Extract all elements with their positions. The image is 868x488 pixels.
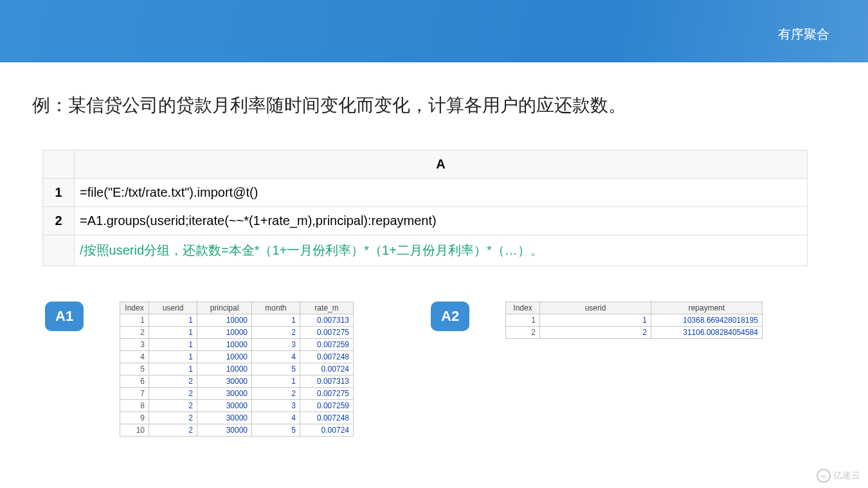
a1-cell: 1 xyxy=(149,314,197,327)
a1-cell: 5 xyxy=(252,363,300,375)
code-comment-num xyxy=(43,235,75,266)
a1-cell: 10000 xyxy=(197,363,252,375)
a1-cell: 2 xyxy=(252,327,300,339)
a1-cell: 0.007275 xyxy=(300,327,354,339)
a1-badge: A1 xyxy=(45,302,84,331)
a2-col-userid: userid xyxy=(540,302,651,314)
a1-cell: 9 xyxy=(120,412,149,424)
a1-col-index: Index xyxy=(120,302,149,314)
a1-row: 823000030.007259 xyxy=(120,400,354,412)
a1-cell: 2 xyxy=(149,375,197,388)
a1-cell: 30000 xyxy=(197,375,252,388)
a1-cell: 7 xyxy=(120,388,149,400)
a1-cell: 10000 xyxy=(197,351,252,363)
a1-cell: 3 xyxy=(252,400,300,412)
a1-cell: 4 xyxy=(120,351,149,363)
a1-cell: 6 xyxy=(120,375,149,388)
a1-cell: 0.007259 xyxy=(300,400,354,412)
a1-cell: 1 xyxy=(252,375,300,388)
code-table-corner xyxy=(43,150,75,179)
a1-row: 1023000050.00724 xyxy=(120,424,354,437)
a2-col-repayment: repayment xyxy=(651,302,763,314)
a2-row: 2231106.008284054584 xyxy=(506,327,763,339)
a1-cell: 0.00724 xyxy=(300,363,354,375)
code-row-1: 1 =file("E:/txt/rate.txt").import@t() xyxy=(43,179,808,207)
a1-cell: 10 xyxy=(120,424,149,437)
a1-cell: 1 xyxy=(149,327,197,339)
a1-cell: 1 xyxy=(120,314,149,327)
code-table-col-a: A xyxy=(75,150,808,179)
a2-row: 1110368.669428018195 xyxy=(506,314,763,327)
banner: 有序聚合 xyxy=(0,0,868,62)
a1-cell: 30000 xyxy=(197,388,252,400)
a2-cell: 2 xyxy=(506,327,540,339)
code-comment-row: /按照userid分组，还款数=本金*（1+一月份利率）*（1+二月份月利率）*… xyxy=(43,235,808,266)
code-row-1-cell: =file("E:/txt/rate.txt").import@t() xyxy=(75,179,808,207)
a1-cell: 2 xyxy=(149,412,197,424)
watermark-text: 亿速云 xyxy=(833,470,860,482)
a1-cell: 2 xyxy=(120,327,149,339)
a1-row: 111000010.007313 xyxy=(120,314,354,327)
a1-cell: 2 xyxy=(252,388,300,400)
a1-row: 923000040.007248 xyxy=(120,412,354,424)
a1-cell: 3 xyxy=(252,339,300,351)
a1-cell: 0.007248 xyxy=(300,412,354,424)
a1-col-principal: principal xyxy=(197,302,252,314)
a2-cell: 2 xyxy=(540,327,651,339)
a1-cell: 1 xyxy=(149,351,197,363)
a1-cell: 0.007313 xyxy=(300,375,354,388)
a1-cell: 5 xyxy=(120,363,149,375)
code-row-2-cell: =A1.groups(userid;iterate(~~*(1+rate_m),… xyxy=(75,207,808,235)
a2-cell: 31106.008284054584 xyxy=(651,327,763,339)
a1-row: 723000020.007275 xyxy=(120,388,354,400)
code-row-2-num: 2 xyxy=(43,207,75,235)
a1-cell: 0.007248 xyxy=(300,351,354,363)
a1-result-table: Index userid principal month rate_m 1110… xyxy=(120,302,354,437)
a1-col-userid: userid xyxy=(149,302,197,314)
a2-col-index: Index xyxy=(506,302,540,314)
a1-cell: 10000 xyxy=(197,327,252,339)
code-script-table: A 1 =file("E:/txt/rate.txt").import@t() … xyxy=(42,150,808,266)
a1-cell: 2 xyxy=(149,400,197,412)
a1-cell: 5 xyxy=(252,424,300,437)
example-heading: 例：某信贷公司的贷款月利率随时间变化而变化，计算各用户的应还款数。 xyxy=(32,93,868,118)
a1-cell: 2 xyxy=(149,388,197,400)
a1-cell: 1 xyxy=(149,339,197,351)
code-row-1-num: 1 xyxy=(43,179,75,207)
a1-row: 211000020.007275 xyxy=(120,327,354,339)
a1-cell: 1 xyxy=(252,314,300,327)
code-comment-cell: /按照userid分组，还款数=本金*（1+一月份利率）*（1+二月份月利率）*… xyxy=(75,235,808,266)
a1-cell: 4 xyxy=(252,412,300,424)
a1-cell: 8 xyxy=(120,400,149,412)
cloud-icon: ∞ xyxy=(817,469,831,483)
a1-cell: 30000 xyxy=(197,412,252,424)
code-row-2: 2 =A1.groups(userid;iterate(~~*(1+rate_m… xyxy=(43,207,808,235)
a2-cell: 1 xyxy=(540,314,651,327)
a1-row: 411000040.007248 xyxy=(120,351,354,363)
a1-cell: 30000 xyxy=(197,424,252,437)
a1-row: 311000030.007259 xyxy=(120,339,354,351)
watermark: ∞ 亿速云 xyxy=(817,469,860,483)
a2-badge: A2 xyxy=(431,302,469,331)
a1-cell: 2 xyxy=(149,424,197,437)
a1-cell: 3 xyxy=(120,339,149,351)
a1-cell: 30000 xyxy=(197,400,252,412)
a1-cell: 0.007275 xyxy=(300,388,354,400)
a1-cell: 1 xyxy=(149,363,197,375)
a1-row: 511000050.00724 xyxy=(120,363,354,375)
a1-row: 623000010.007313 xyxy=(120,375,354,388)
a1-col-rate-m: rate_m xyxy=(300,302,354,314)
a1-cell: 0.007313 xyxy=(300,314,354,327)
a1-cell: 0.007259 xyxy=(300,339,354,351)
a1-cell: 0.00724 xyxy=(300,424,354,437)
a1-cell: 4 xyxy=(252,351,300,363)
a1-cell: 10000 xyxy=(197,339,252,351)
a2-result-table: Index userid repayment 1110368.669428018… xyxy=(505,302,763,339)
a1-col-month: month xyxy=(252,302,300,314)
a2-cell: 10368.669428018195 xyxy=(651,314,763,327)
banner-title: 有序聚合 xyxy=(778,26,829,43)
a2-cell: 1 xyxy=(506,314,540,327)
a1-cell: 10000 xyxy=(197,314,252,327)
